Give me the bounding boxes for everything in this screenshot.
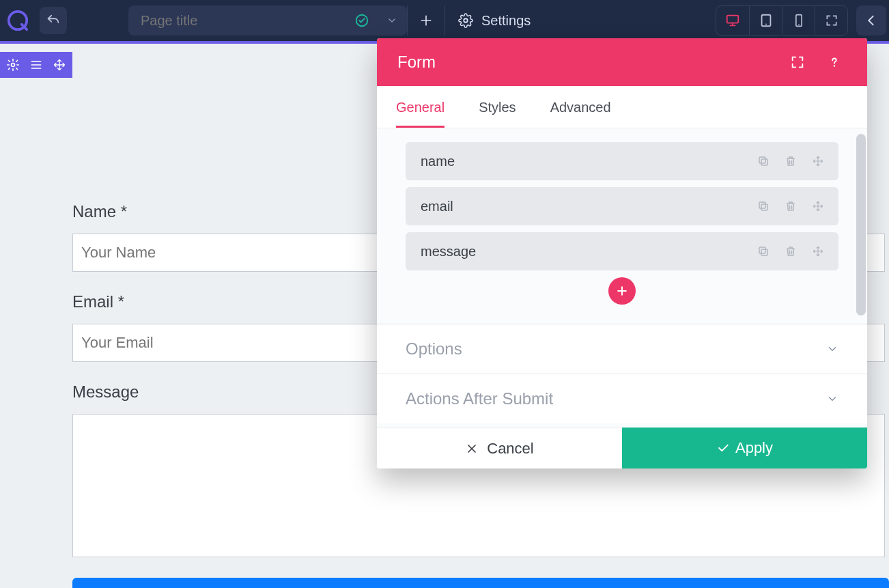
panel-scrollbar[interactable]	[856, 134, 866, 316]
properties-panel: Form General Styles Advanced name email	[377, 38, 867, 468]
apply-button[interactable]: Apply	[622, 428, 867, 468]
svg-rect-3	[727, 16, 739, 23]
trash-icon[interactable]	[781, 152, 800, 171]
field-item[interactable]: message	[406, 232, 838, 270]
panel-header: Form	[377, 38, 867, 86]
device-tablet-button[interactable]	[749, 5, 782, 36]
section-options[interactable]: Options	[377, 324, 867, 374]
move-icon[interactable]	[808, 152, 828, 171]
move-icon[interactable]	[808, 242, 828, 261]
svg-point-8	[12, 64, 15, 67]
panel-footer: Cancel Apply	[377, 428, 867, 468]
field-item-label: name	[421, 154, 455, 169]
svg-rect-11	[759, 157, 765, 163]
duplicate-icon[interactable]	[754, 242, 773, 261]
field-item-label: email	[421, 199, 453, 214]
field-item[interactable]: email	[406, 187, 838, 225]
device-desktop-button[interactable]	[716, 5, 749, 36]
trash-icon[interactable]	[781, 197, 800, 216]
device-phone-button[interactable]	[782, 5, 815, 36]
settings-label: Settings	[481, 13, 531, 29]
topbar: Settings	[0, 0, 889, 41]
canvas-move-icon[interactable]	[48, 53, 71, 76]
add-button[interactable]	[407, 5, 444, 36]
svg-point-5	[765, 24, 767, 25]
field-item[interactable]: name	[406, 142, 838, 180]
field-item-label: message	[421, 244, 476, 260]
svg-rect-14	[761, 249, 767, 255]
chevron-down-icon	[826, 343, 838, 355]
section-options-label: Options	[406, 339, 462, 359]
page-chevron-icon[interactable]	[377, 5, 407, 36]
back-button[interactable]	[856, 5, 886, 36]
page-title-input[interactable]	[128, 5, 347, 36]
svg-rect-12	[761, 204, 767, 210]
tab-advanced[interactable]: Advanced	[550, 100, 611, 128]
app-logo[interactable]	[0, 0, 36, 41]
svg-point-7	[798, 24, 800, 25]
page-title-field-wrap	[128, 5, 407, 36]
panel-expand-icon[interactable]	[785, 50, 810, 74]
canvas-toolbar	[0, 52, 72, 78]
move-icon[interactable]	[808, 197, 828, 216]
page-valid-icon	[347, 5, 377, 36]
device-switcher	[716, 5, 848, 36]
send-button[interactable]: Send	[72, 578, 889, 588]
tab-general[interactable]: General	[396, 100, 444, 128]
section-actions-label: Actions After Submit	[406, 389, 553, 408]
add-field-button[interactable]	[608, 277, 636, 305]
cancel-label: Cancel	[487, 440, 533, 458]
fullscreen-button[interactable]	[815, 5, 847, 36]
canvas-settings-icon[interactable]	[1, 53, 25, 76]
cancel-button[interactable]: Cancel	[377, 428, 622, 468]
trash-icon[interactable]	[781, 242, 800, 261]
field-list: name email message	[377, 128, 867, 324]
svg-rect-10	[761, 159, 767, 165]
tab-styles[interactable]: Styles	[479, 100, 516, 128]
apply-label: Apply	[735, 439, 773, 457]
topbar-right	[716, 5, 889, 36]
settings-button[interactable]: Settings	[444, 5, 544, 36]
section-actions-after-submit[interactable]: Actions After Submit	[377, 374, 867, 423]
svg-rect-13	[759, 202, 765, 208]
undo-button[interactable]	[40, 7, 67, 34]
panel-help-icon[interactable]	[822, 50, 847, 74]
panel-body: name email message	[377, 128, 867, 428]
svg-point-9	[834, 65, 836, 67]
chevron-down-icon	[826, 393, 838, 405]
panel-title: Form	[397, 53, 773, 72]
svg-point-2	[464, 18, 468, 23]
duplicate-icon[interactable]	[754, 152, 773, 171]
canvas-menu-icon[interactable]	[25, 53, 48, 76]
panel-tabs: General Styles Advanced	[377, 86, 867, 128]
duplicate-icon[interactable]	[754, 197, 773, 216]
svg-rect-15	[759, 247, 765, 253]
